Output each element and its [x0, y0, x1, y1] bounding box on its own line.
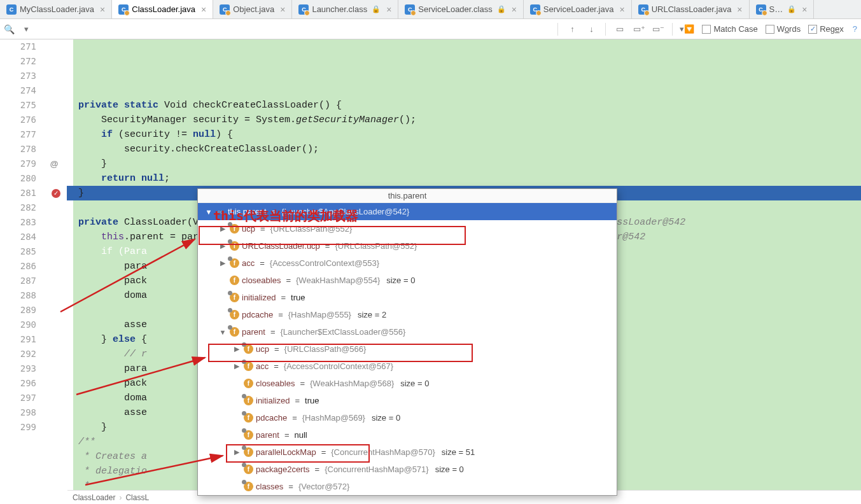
- equals: =: [260, 258, 265, 268]
- regex-checkbox[interactable]: ✓Regex: [808, 24, 844, 34]
- equals: =: [284, 430, 290, 440]
- class-file-icon: C: [118, 4, 129, 15]
- chevron-right-icon[interactable]: ▶: [218, 242, 227, 250]
- class-file-icon: C: [220, 4, 230, 15]
- debug-variable-row[interactable]: ▶f acc={AccessControlContext@567}: [198, 358, 617, 375]
- var-value: {AccessControlContext@567}: [284, 361, 393, 371]
- add-selection-icon[interactable]: ▭⁺: [631, 22, 647, 37]
- close-icon[interactable]: ×: [512, 4, 517, 15]
- search-input[interactable]: [38, 22, 551, 37]
- var-extra: size = 0: [372, 413, 400, 423]
- var-extra: size = 0: [435, 465, 464, 474]
- debug-variable-row[interactable]: f pdcache={HashMap@569}size = 0: [198, 409, 617, 426]
- equals: =: [295, 396, 300, 405]
- code-line[interactable]: security.checkCreateClassLoader();: [67, 142, 861, 157]
- field-icon: f: [244, 465, 253, 474]
- class-file-icon: C: [530, 4, 540, 15]
- debug-variable-row[interactable]: ▼∞ this.parent={Launcher$AppClassLoader@…: [198, 203, 617, 220]
- tab-5[interactable]: CServiceLoader.java×: [524, 0, 632, 18]
- chevron-right-icon[interactable]: ▶: [218, 259, 227, 267]
- lock-icon: 🔒: [372, 5, 381, 13]
- ide-window: CMyClassLoader.java×CClassLoader.java×CO…: [0, 0, 861, 504]
- debug-variable-row[interactable]: f closeables={WeakHashMap@568}size = 0: [198, 375, 617, 392]
- debug-variable-row[interactable]: f initialized=true: [198, 392, 617, 409]
- var-value: {URLClassPath@552}: [270, 224, 353, 234]
- debug-variable-row[interactable]: ▶f ucp={URLClassPath@566}: [198, 340, 617, 358]
- lock-icon: 🔒: [787, 5, 796, 13]
- debug-variable-row[interactable]: f pdcache={HashMap@555}size = 2: [198, 306, 617, 323]
- debug-variable-row[interactable]: ▶f acc={AccessControlContext@553}: [198, 255, 617, 272]
- var-name: parent: [256, 430, 279, 440]
- next-match-icon[interactable]: ↓: [584, 22, 599, 37]
- var-extra: size = 51: [442, 447, 475, 457]
- tab-7[interactable]: CS…🔒×: [750, 0, 815, 18]
- debug-variable-row[interactable]: f classes={Vector@572}: [198, 478, 617, 495]
- close-icon[interactable]: ×: [802, 4, 807, 15]
- select-all-icon[interactable]: ▭: [612, 22, 627, 37]
- prev-match-icon[interactable]: ↑: [564, 22, 580, 37]
- line-number: 278: [0, 142, 41, 157]
- remove-selection-icon[interactable]: ▭⁻: [650, 22, 666, 37]
- var-name: acc: [242, 258, 255, 268]
- line-number-gutter: 2712722732742752762772782792802812822832…: [0, 39, 41, 504]
- code-line[interactable]: SecurityManager security = System.getSec…: [67, 113, 861, 127]
- chevron-down-icon[interactable]: ▼: [218, 328, 227, 336]
- tab-0[interactable]: CMyClassLoader.java×: [0, 0, 112, 18]
- class-file-icon: C: [756, 4, 766, 15]
- class-file-icon: C: [298, 4, 309, 15]
- code-line[interactable]: return null;: [67, 171, 861, 186]
- close-icon[interactable]: ×: [386, 4, 391, 15]
- line-number: 292: [0, 347, 41, 361]
- debug-variable-row[interactable]: ▶f URLClassLoader.ucp={URLClassPath@552}: [198, 237, 617, 255]
- close-icon[interactable]: ×: [280, 4, 285, 15]
- close-icon[interactable]: ×: [737, 4, 742, 15]
- field-icon: f: [230, 258, 239, 268]
- equals: =: [292, 413, 297, 423]
- var-value: true: [291, 293, 305, 302]
- tab-3[interactable]: CLauncher.class🔒×: [292, 0, 398, 18]
- equals: =: [325, 241, 330, 251]
- tab-1[interactable]: CClassLoader.java×: [112, 0, 213, 18]
- tab-6[interactable]: CURLClassLoader.java×: [632, 0, 750, 18]
- tab-4[interactable]: CServiceLoader.class🔒×: [398, 0, 524, 18]
- breakpoint-icon[interactable]: [52, 189, 60, 198]
- var-value: {WeakHashMap@568}: [310, 379, 394, 388]
- chevron-down-icon[interactable]: ▼: [204, 208, 213, 216]
- crumb[interactable]: ClassLoader: [73, 493, 115, 502]
- debug-variable-row[interactable]: f package2certs={ConcurrentHashMap@571}s…: [198, 461, 617, 478]
- equals: =: [321, 447, 326, 457]
- search-dropdown-icon[interactable]: ▾: [18, 22, 34, 37]
- debug-variable-row[interactable]: ▼f parent={Launcher$ExtClassLoader@556}: [198, 323, 617, 340]
- match-case-checkbox[interactable]: Match Case: [702, 24, 757, 34]
- filter-icon[interactable]: ▾🔽: [679, 22, 694, 37]
- debug-variable-row[interactable]: f parent=null: [198, 426, 617, 444]
- tab-label: ServiceLoader.class: [418, 4, 492, 14]
- debug-inspect-popup[interactable]: this.parent ▼∞ this.parent={Launcher$App…: [197, 188, 617, 496]
- words-checkbox[interactable]: Words: [766, 24, 801, 34]
- chevron-right-icon[interactable]: ▶: [232, 345, 241, 353]
- debug-variable-row[interactable]: ▶f parallelLockMap={ConcurrentHashMap@57…: [198, 444, 617, 461]
- debug-variable-row[interactable]: f initialized=true: [198, 289, 617, 306]
- debug-variable-row[interactable]: ▶f ucp={URLClassPath@552}: [198, 220, 617, 237]
- code-line[interactable]: }: [67, 157, 861, 171]
- var-value: null: [294, 430, 307, 440]
- chevron-right-icon[interactable]: ▶: [232, 362, 241, 370]
- close-icon[interactable]: ×: [619, 4, 624, 15]
- line-number: 285: [0, 244, 41, 259]
- line-number: 282: [0, 200, 41, 215]
- var-value: {ConcurrentHashMap@571}: [325, 465, 429, 474]
- tab-2[interactable]: CObject.java×: [213, 0, 292, 18]
- chevron-right-icon[interactable]: ▶: [232, 448, 241, 456]
- crumb[interactable]: ClassL: [125, 493, 149, 502]
- code-line[interactable]: private static Void checkCreateClassLoad…: [67, 98, 861, 113]
- chevron-right-icon[interactable]: ▶: [218, 225, 227, 233]
- code-line[interactable]: if (security != null) {: [67, 127, 861, 142]
- line-number: 276: [0, 113, 41, 127]
- field-icon: f: [244, 379, 253, 388]
- close-icon[interactable]: ×: [201, 4, 206, 15]
- close-icon[interactable]: ×: [100, 4, 105, 15]
- popup-body[interactable]: ▼∞ this.parent={Launcher$AppClassLoader@…: [198, 203, 617, 495]
- debug-variable-row[interactable]: f closeables={WeakHashMap@554}size = 0: [198, 272, 617, 289]
- var-value: {Vector@572}: [298, 482, 349, 491]
- help-icon[interactable]: ?: [853, 24, 857, 34]
